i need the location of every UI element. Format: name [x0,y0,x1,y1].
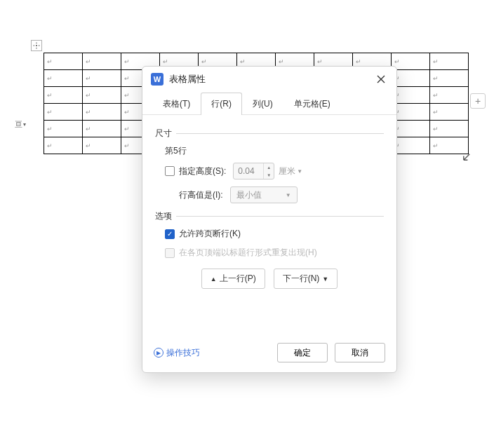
paragraph-options-icon[interactable]: 亘▾ [14,118,27,130]
table-properties-dialog: W 表格属性 表格(T) 行(R) 列(U) 单元格(E) 尺寸 第5行 指定高… [142,66,397,373]
dialog-body: 尺寸 第5行 指定高度(S): ▲ ▼ 厘米 ▼ [142,115,396,336]
cancel-button[interactable]: 取消 [335,343,385,362]
chevron-down-icon: ▼ [286,192,291,198]
height-step-up[interactable]: ▲ [264,163,274,171]
chevron-down-icon: ▼ [297,168,302,175]
dialog-footer: ▶ 操作技巧 确定 取消 [142,336,396,372]
current-row-label: 第5行 [165,145,384,157]
dialog-tabs: 表格(T) 行(R) 列(U) 单元格(E) [142,92,396,115]
section-options-label: 选项 [155,210,172,222]
repeat-header-checkbox [165,248,175,258]
specify-height-checkbox[interactable] [165,166,175,176]
height-unit-select[interactable]: 厘米 ▼ [279,165,302,177]
table-move-handle-icon[interactable] [31,40,42,51]
section-size-label: 尺寸 [155,128,172,140]
tips-link[interactable]: ▶ 操作技巧 [154,347,200,359]
allow-break-checkbox[interactable] [165,229,175,239]
row-height-is-label: 行高值是(I): [179,189,223,201]
next-row-label: 下一行(N) [283,273,320,285]
tab-row[interactable]: 行(R) [201,93,242,115]
arrow-down-icon: ▼ [322,276,328,283]
prev-row-button[interactable]: ▲ 上一行(P) [201,269,265,289]
height-step-down[interactable]: ▼ [264,171,274,179]
specify-height-label: 指定高度(S): [179,165,226,177]
dialog-titlebar: W 表格属性 [142,67,396,92]
section-options-header: 选项 [155,210,384,222]
allow-break-label: 允许跨页断行(K) [179,228,241,240]
height-unit-label: 厘米 [279,165,295,177]
prev-row-label: 上一行(P) [220,273,256,285]
play-circle-icon: ▶ [154,348,163,358]
section-size-header: 尺寸 [155,128,384,140]
close-button[interactable] [374,72,388,86]
row-height-mode-select[interactable]: 最小值 ▼ [230,186,298,203]
tips-label: 操作技巧 [166,347,200,359]
tab-table[interactable]: 表格(T) [152,93,201,115]
add-column-button[interactable]: + [470,93,486,109]
height-value-input[interactable]: ▲ ▼ [233,163,274,179]
next-row-button[interactable]: 下一行(N) ▼ [274,269,338,289]
arrow-up-icon: ▲ [211,276,217,283]
row-height-mode-value: 最小值 [236,189,262,201]
repeat-header-label: 在各页顶端以标题行形式重复出现(H) [179,247,317,259]
table-resize-handle-icon[interactable] [462,152,472,162]
wps-word-icon: W [151,73,163,86]
tab-column[interactable]: 列(U) [242,93,283,115]
height-value-field[interactable] [234,163,263,179]
tab-cell[interactable]: 单元格(E) [283,93,341,115]
dialog-title: 表格属性 [169,73,374,86]
ok-button[interactable]: 确定 [277,343,328,362]
